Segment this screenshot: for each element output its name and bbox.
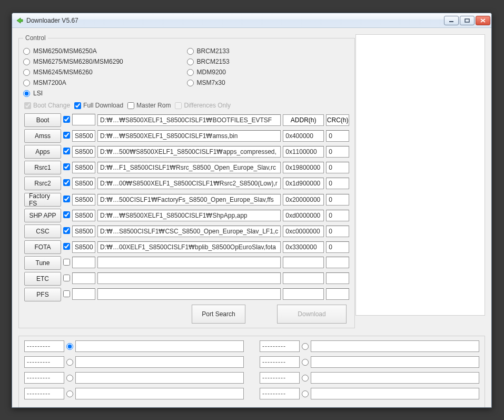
crc-field[interactable]	[326, 272, 349, 284]
port-radio[interactable]	[302, 343, 309, 350]
file-enable-checkbox[interactable]	[63, 196, 70, 202]
file-enable-checkbox[interactable]	[63, 211, 70, 218]
model-field[interactable]	[72, 257, 95, 268]
file-path-field[interactable]	[97, 272, 281, 284]
file-enable-checkbox[interactable]	[63, 179, 70, 186]
model-field[interactable]: S8500	[72, 226, 95, 237]
crc-field[interactable]: 0	[326, 178, 349, 189]
addr-field[interactable]	[283, 257, 324, 268]
chipset-radio-input[interactable]	[187, 69, 194, 76]
crc-field[interactable]	[326, 257, 349, 268]
file-path-field[interactable]: D:₩…00₩S8500XELF1_S8500CISLF1₩Rsrc2_S850…	[97, 178, 281, 189]
file-select-button[interactable]: ETC	[24, 272, 61, 286]
model-field[interactable]: S8500	[72, 210, 95, 221]
port-radio[interactable]	[66, 390, 73, 397]
file-path-field[interactable]: D:₩…00XELF1_S8500CISLF1₩bplib_S8500OpEur…	[97, 241, 281, 253]
titlebar[interactable]: Downloader V5.67	[12, 13, 491, 28]
close-button[interactable]	[476, 16, 490, 25]
file-select-button[interactable]: Amss	[24, 129, 61, 143]
chipset-radio[interactable]: LSI	[23, 88, 187, 99]
model-field[interactable]	[72, 272, 95, 284]
chipset-radio[interactable]: BRCM2153	[187, 56, 351, 67]
chipset-radio[interactable]: MSM7200A	[23, 77, 187, 88]
chipset-radio-input[interactable]	[23, 69, 30, 76]
file-enable-checkbox[interactable]	[63, 227, 70, 234]
file-enable-checkbox[interactable]	[63, 116, 70, 123]
model-field[interactable]: S8500	[72, 178, 95, 189]
file-select-button[interactable]: Factory FS	[24, 193, 61, 207]
chipset-radio-input[interactable]	[23, 90, 30, 97]
file-path-field[interactable]: D:₩…F1_S8500CISLF1₩Rsrc_S8500_Open_Europ…	[97, 162, 281, 173]
file-enable-checkbox[interactable]	[63, 275, 70, 281]
file-select-button[interactable]: SHP APP	[24, 209, 61, 222]
addr-field[interactable]: 0xc0000000	[283, 226, 324, 237]
file-enable-checkbox[interactable]	[63, 259, 70, 266]
addr-field[interactable]: 0x1100000	[283, 146, 324, 158]
addr-field[interactable]: 0xd0000000	[283, 210, 324, 221]
chipset-radio-input[interactable]	[187, 80, 194, 86]
port-search-button[interactable]: Port Search	[192, 305, 245, 324]
file-enable-checkbox[interactable]	[63, 148, 70, 154]
port-radio[interactable]	[66, 359, 73, 366]
chipset-radio-input[interactable]	[23, 48, 30, 55]
file-select-button[interactable]: CSC	[24, 224, 61, 238]
file-path-field[interactable]: D:₩…₩S8500XELF1_S8500CISLF1₩BOOTFILES_EV…	[97, 114, 281, 126]
crc-field[interactable]: 0	[326, 146, 349, 158]
addr-field[interactable]: 0x3300000	[283, 241, 324, 253]
chipset-radio[interactable]: MSM7x30	[187, 77, 351, 88]
addr-field[interactable]: 0x400000	[283, 130, 324, 142]
file-select-button[interactable]: Rsrc2	[24, 177, 61, 190]
full-download-option[interactable]: Full Download	[74, 102, 123, 109]
addr-field[interactable]: 0x1d900000	[283, 178, 324, 189]
chipset-radio[interactable]: BRCM2133	[187, 46, 351, 56]
crc-field[interactable]: 0	[326, 210, 349, 221]
model-field[interactable]: S8500	[72, 130, 95, 142]
file-select-button[interactable]: Boot	[24, 113, 61, 127]
chipset-radio[interactable]: MSM6275/MSM6280/MSM6290	[23, 56, 187, 67]
model-field[interactable]: S8500	[72, 194, 95, 206]
file-select-button[interactable]: Rsrc1	[24, 161, 61, 174]
chipset-radio-input[interactable]	[23, 80, 30, 86]
model-field[interactable]	[72, 114, 95, 125]
crc-field[interactable]: 0	[326, 130, 349, 142]
file-enable-checkbox[interactable]	[63, 132, 70, 139]
file-path-field[interactable]	[97, 257, 281, 268]
download-button[interactable]: Download	[277, 305, 347, 324]
addr-field[interactable]: 0x20000000	[283, 194, 324, 206]
crc-field[interactable]	[326, 288, 349, 300]
port-radio[interactable]	[66, 343, 73, 350]
addr-field[interactable]: 0x19800000	[283, 162, 324, 173]
port-radio[interactable]	[302, 390, 309, 397]
minimize-button[interactable]	[444, 16, 459, 25]
full-download-checkbox[interactable]	[74, 102, 81, 109]
model-field[interactable]: S8500	[72, 162, 95, 173]
master-rom-option[interactable]: Master Rom	[127, 102, 171, 109]
file-path-field[interactable]: D:₩…500CISLF1₩FactoryFs_S8500_Open_Europ…	[97, 194, 281, 206]
addr-field[interactable]	[283, 288, 324, 300]
model-field[interactable]	[72, 288, 95, 300]
chipset-radio-input[interactable]	[187, 48, 194, 55]
file-select-button[interactable]: FOTA	[24, 240, 61, 254]
file-path-field[interactable]	[97, 288, 281, 300]
file-enable-checkbox[interactable]	[63, 163, 70, 170]
file-path-field[interactable]: D:₩…₩S8500XELF1_S8500CISLF1₩ShpApp,app	[97, 210, 281, 221]
file-enable-checkbox[interactable]	[63, 290, 70, 297]
master-rom-checkbox[interactable]	[127, 102, 134, 109]
maximize-button[interactable]	[460, 16, 475, 25]
port-radio[interactable]	[66, 375, 73, 382]
addr-field[interactable]	[283, 272, 324, 284]
chipset-radio[interactable]: MSM6250/MSM6250A	[23, 46, 187, 56]
file-select-button[interactable]: PFS	[24, 288, 61, 301]
crc-field[interactable]: 0	[326, 241, 349, 253]
chipset-radio[interactable]: MSM6245/MSM6260	[23, 67, 187, 77]
file-path-field[interactable]: D:₩…500₩S8500XELF1_S8500CISLF1₩apps_comp…	[97, 146, 281, 158]
file-path-field[interactable]: D:₩…₩S8500XELF1_S8500CISLF1₩amss,bin	[97, 130, 281, 142]
file-enable-checkbox[interactable]	[63, 243, 70, 250]
file-select-button[interactable]: Tune	[24, 256, 61, 270]
port-radio[interactable]	[302, 375, 309, 382]
model-field[interactable]: S8500	[72, 146, 95, 158]
file-path-field[interactable]: D:₩…S8500CISLF1₩CSC_S8500_Open_Europe_Sl…	[97, 226, 281, 237]
chipset-radio-input[interactable]	[23, 58, 30, 65]
port-radio[interactable]	[302, 359, 309, 366]
chipset-radio[interactable]: MDM9200	[187, 67, 351, 77]
